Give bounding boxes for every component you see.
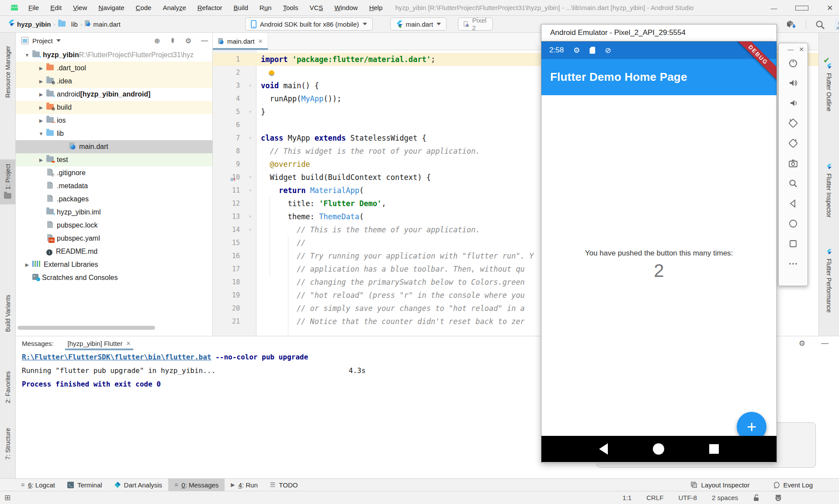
fold-marker-icon[interactable]: ▿ (249, 171, 252, 184)
tree-row--gitignore[interactable]: ⊘.gitignore (16, 166, 212, 180)
encoding[interactable]: UTF-8 (678, 494, 697, 501)
fold-marker-icon[interactable]: ▿ (249, 223, 252, 236)
intention-bulb-icon[interactable] (269, 70, 274, 76)
toolwindow-terminal[interactable]: ›_Terminal (61, 479, 108, 491)
tree-row-main-dart[interactable]: main.dart (16, 140, 212, 153)
tree-row-android[interactable]: ▶◗android [hyzp_yibin_android] (16, 88, 212, 101)
breadcrumb-item-lib[interactable]: lib (58, 21, 78, 28)
nav-overview-icon[interactable] (788, 239, 798, 249)
fold-marker-icon[interactable]: ▿ (249, 210, 252, 223)
close-tab-icon[interactable]: ✕ (258, 38, 263, 45)
sidebar-tab-2-favorites[interactable]: 2: Favorites (0, 371, 15, 403)
nav-overview-icon[interactable] (709, 444, 719, 454)
gradle-face-icon[interactable] (774, 494, 782, 502)
menu-vcs[interactable]: VCS (304, 0, 329, 16)
indent-setting[interactable]: 2 spaces (712, 494, 738, 501)
tree-right-arrow-icon[interactable]: ▶ (38, 157, 44, 163)
tree-row-readme-md[interactable]: iREADME.md (16, 245, 212, 258)
chevron-down-icon[interactable] (56, 39, 61, 42)
horizontal-scrollbar[interactable] (17, 326, 155, 330)
tree-row--metadata[interactable]: .metadata (16, 180, 212, 193)
emulator-screen[interactable]: 2:58 ⚙ ⊘ Flutter Demo Home Page DEBUG Yo… (541, 41, 777, 463)
zoom-icon[interactable] (788, 179, 798, 188)
tree-right-arrow-icon[interactable]: ▶ (38, 105, 44, 110)
toolwindow-4-run[interactable]: ▶4: Run (225, 479, 263, 491)
tree-row-scratches-and-consoles[interactable]: »Scratches and Consoles (16, 271, 212, 284)
tree-row-lib[interactable]: ▼lib (16, 127, 212, 140)
menu-refactor[interactable]: Refactor (192, 0, 228, 16)
toolwindow-dart-analysis[interactable]: Dart Analysis (108, 479, 169, 491)
device-selector[interactable]: Android SDK built for x86 (mobile) (245, 17, 373, 31)
sidebar-tab-resource-manager[interactable]: Resource Manager (0, 46, 15, 98)
tree-right-arrow-icon[interactable]: ▶ (38, 66, 44, 71)
rotate-left-icon[interactable] (788, 118, 798, 128)
run-config-selector[interactable]: main.dart (390, 17, 447, 31)
tree-row-pubspec-lock[interactable]: pubspec.lock (16, 219, 212, 232)
nav-home-icon[interactable] (788, 219, 798, 228)
menu-file[interactable]: File (23, 0, 45, 16)
tree-row-build[interactable]: ▶⚙build (16, 101, 212, 114)
tree-row--idea[interactable]: ▶⚙.idea (16, 75, 212, 88)
tree-right-arrow-icon[interactable]: ▶ (24, 262, 30, 268)
sidebar-tab-7-structure[interactable]: 7: Structure (0, 428, 15, 459)
menu-code[interactable]: Code (130, 0, 157, 16)
menu-run[interactable]: Run (254, 0, 277, 16)
menu-edit[interactable]: Edit (45, 0, 67, 16)
close-button[interactable]: ✕ (823, 3, 836, 13)
tree-row-hyzp-yibin-iml[interactable]: ◗hyzp_yibin.iml (16, 206, 212, 219)
volume-up-icon[interactable] (788, 78, 798, 88)
collapse-all-icon[interactable]: ⇞ (170, 37, 175, 45)
toolwindow-todo[interactable]: ☰TODO (264, 479, 304, 491)
rotate-right-icon[interactable] (788, 138, 798, 148)
sidebar-tab-1-project[interactable]: 1: Project (0, 159, 15, 204)
fold-marker-icon[interactable]: ▿ (249, 79, 252, 92)
fold-marker-icon[interactable]: ▿ (249, 131, 252, 145)
right-tab-flutter-inspector[interactable]: Flutter Inspector (819, 164, 839, 217)
fold-marker-icon[interactable]: ▿ (249, 184, 252, 197)
fold-marker-icon[interactable]: ▿ (249, 105, 252, 118)
minimize-button[interactable]: — (767, 4, 780, 12)
tree-down-arrow-icon[interactable]: ▼ (38, 131, 44, 136)
hide-panel-icon[interactable]: — (821, 339, 829, 348)
line-ending[interactable]: CRLF (646, 494, 663, 501)
tree-right-arrow-icon[interactable]: ▶ (38, 118, 44, 124)
toolwindow-0-messages[interactable]: ≡0: Messages (168, 479, 225, 491)
deploy-target-button[interactable]: Pixel 2 (458, 17, 493, 31)
tool-window-toggle-icon[interactable]: ⊞ (4, 493, 10, 502)
tree-row-pubspec-yaml[interactable]: YMLpubspec.yaml (16, 232, 212, 245)
flutter-bat-link[interactable]: R:\Flutter\FlutterSDK\flutter\bin\flutte… (22, 353, 211, 361)
volume-down-icon[interactable] (788, 98, 798, 108)
menu-navigate[interactable]: Navigate (93, 0, 130, 16)
close-tab-icon[interactable]: ✕ (126, 340, 131, 347)
right-tab-flutter-performance[interactable]: Flutter Performance (819, 249, 839, 313)
caret-position[interactable]: 1:1 (622, 494, 631, 501)
minimize-button[interactable]: — (787, 46, 794, 53)
menu-view[interactable]: View (67, 0, 93, 16)
nav-back-icon[interactable] (599, 443, 608, 455)
camera-icon[interactable] (788, 159, 798, 168)
breadcrumb-item-main.dart[interactable]: main.dart (85, 20, 121, 28)
menu-build[interactable]: Build (228, 0, 253, 16)
nav-back-icon[interactable] (788, 199, 798, 208)
unlock-icon[interactable] (753, 494, 759, 502)
search-icon[interactable] (815, 20, 825, 30)
tree-row-test[interactable]: ▶◂▸test (16, 153, 212, 166)
messages-tab-flutter[interactable]: [hyzp_yibin] Flutter ✕ (65, 336, 134, 350)
toolwindow-layout-inspector[interactable]: Layout Inspector (685, 479, 756, 491)
tree-down-arrow-icon[interactable]: ▼ (24, 52, 30, 58)
emulator-title-bar[interactable]: Android Emulator - Pixel_2_API_29:5554 (541, 24, 777, 41)
close-button[interactable]: ✕ (799, 46, 804, 53)
hide-panel-icon[interactable]: — (201, 37, 208, 45)
tree-row-ios[interactable]: ▶•••ios (16, 114, 212, 127)
sidebar-tab-build-variants[interactable]: Build Variants (0, 295, 15, 332)
maximize-button[interactable] (795, 4, 808, 12)
tree-right-arrow-icon[interactable]: ▶ (38, 79, 44, 84)
toolwindow-6-logcat[interactable]: ≡6: Logcat (15, 479, 61, 491)
profile-avatar-icon[interactable] (834, 19, 839, 31)
menu-analyze[interactable]: Analyze (157, 0, 191, 16)
breadcrumb-item-hyzp_yibin[interactable]: hyzp_yibin (8, 20, 51, 28)
locate-file-icon[interactable]: ⊕ (154, 37, 160, 45)
toolwindow-event-log[interactable]: Event Log (767, 479, 819, 491)
tree-row-external-libraries[interactable]: ▶External Libraries (16, 258, 212, 271)
right-tab-flutter-outline[interactable]: Flutter Outline (819, 63, 839, 111)
